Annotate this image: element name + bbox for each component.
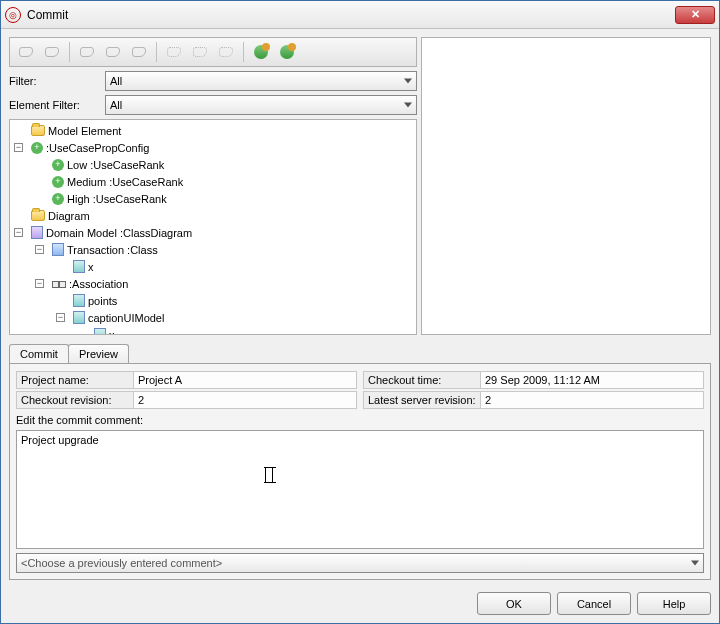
toolbar-btn-expand-all[interactable] (249, 41, 273, 63)
tree-node-usecase-prop-config[interactable]: − + :UseCasePropConfig (10, 139, 416, 156)
toolbar-btn-2[interactable] (40, 41, 64, 63)
chevron-down-icon (691, 561, 699, 566)
chevron-down-icon (404, 79, 412, 84)
toolbar-btn-7[interactable] (188, 41, 212, 63)
toolbar-btn-4[interactable] (101, 41, 125, 63)
element-filter-value: All (110, 99, 122, 111)
commit-comment-input[interactable]: Project upgrade (16, 430, 704, 549)
tree-node-medium-rank[interactable]: + Medium :UseCaseRank (10, 173, 416, 190)
toolbar-btn-3[interactable] (75, 41, 99, 63)
tree-node-low-rank[interactable]: + Low :UseCaseRank (10, 156, 416, 173)
close-button[interactable]: ✕ (675, 6, 715, 24)
tree-node-x1[interactable]: x (10, 258, 416, 275)
added-icon: + (52, 159, 64, 171)
toolbar-separator (156, 42, 157, 62)
previous-comment-placeholder: <Choose a previously entered comment> (21, 557, 222, 569)
toolbar-btn-1[interactable] (14, 41, 38, 63)
toolbar-btn-5[interactable] (127, 41, 151, 63)
expander-icon[interactable]: − (35, 245, 44, 254)
change-tree[interactable]: Model Element − + :UseCasePropConfig + L… (9, 119, 417, 335)
added-icon: + (31, 142, 43, 154)
filter-value: All (110, 75, 122, 87)
filter-row: Filter: All (9, 71, 417, 91)
tree-label: points (88, 295, 117, 307)
commit-dialog: ◎ Commit ✕ (0, 0, 720, 624)
ok-button[interactable]: OK (477, 592, 551, 615)
tab-strip: Commit Preview (9, 341, 711, 363)
checkout-time-value: 29 Sep 2009, 11:12 AM (481, 371, 704, 389)
tree-label: Low :UseCaseRank (67, 159, 164, 171)
commit-comment-text: Project upgrade (21, 434, 99, 446)
tree-label: x (109, 329, 115, 336)
toolbar-btn-8[interactable] (214, 41, 238, 63)
folder-icon (31, 210, 45, 221)
checkout-revision-value: 2 (134, 391, 357, 409)
tree-label: Diagram (48, 210, 90, 222)
checkout-revision-label: Checkout revision: (16, 391, 134, 409)
field-icon (73, 311, 85, 324)
expander-icon[interactable]: − (56, 313, 65, 322)
element-filter-label: Element Filter: (9, 99, 101, 111)
tab-panel-commit: Project name: Project A Checkout revisio… (9, 363, 711, 580)
tab-commit[interactable]: Commit (9, 344, 69, 363)
diagram-icon (31, 226, 43, 239)
info-grid: Project name: Project A Checkout revisio… (16, 370, 704, 410)
tree-node-model-element[interactable]: Model Element (10, 122, 416, 139)
tree-node-points[interactable]: points (10, 292, 416, 309)
tree-node-caption-ui-model[interactable]: − captionUIModel (10, 309, 416, 326)
tree-node-high-rank[interactable]: + High :UseCaseRank (10, 190, 416, 207)
preview-pane (421, 37, 711, 335)
tree-label: :Association (69, 278, 128, 290)
project-name-label: Project name: (16, 371, 134, 389)
button-row: OK Cancel Help (9, 586, 711, 615)
text-cursor-icon (265, 467, 273, 483)
tree-label: x (88, 261, 94, 273)
tree-label: High :UseCaseRank (67, 193, 167, 205)
toolbar (9, 37, 417, 67)
element-filter-combo[interactable]: All (105, 95, 417, 115)
previous-comment-combo[interactable]: <Choose a previously entered comment> (16, 553, 704, 573)
filter-combo[interactable]: All (105, 71, 417, 91)
toolbar-btn-collapse-all[interactable] (275, 41, 299, 63)
app-icon: ◎ (5, 7, 21, 23)
left-pane: Filter: All Element Filter: All (9, 37, 417, 335)
edit-comment-label: Edit the commit comment: (16, 414, 704, 426)
cancel-button[interactable]: Cancel (557, 592, 631, 615)
content: Filter: All Element Filter: All (1, 29, 719, 623)
filter-label: Filter: (9, 75, 101, 87)
tree-label: Domain Model :ClassDiagram (46, 227, 192, 239)
chevron-down-icon (404, 103, 412, 108)
toolbar-btn-6[interactable] (162, 41, 186, 63)
tree-node-association[interactable]: − :Association (10, 275, 416, 292)
toolbar-separator (243, 42, 244, 62)
field-icon (73, 260, 85, 273)
toolbar-separator (69, 42, 70, 62)
tree-label: Medium :UseCaseRank (67, 176, 183, 188)
help-button[interactable]: Help (637, 592, 711, 615)
top-split: Filter: All Element Filter: All (9, 37, 711, 335)
field-icon (94, 328, 106, 335)
tree-node-x2[interactable]: x (10, 326, 416, 335)
window-title: Commit (27, 8, 675, 22)
tree-node-transaction[interactable]: − Transaction :Class (10, 241, 416, 258)
tree-node-diagram[interactable]: Diagram (10, 207, 416, 224)
tree-node-domain-model[interactable]: − Domain Model :ClassDiagram (10, 224, 416, 241)
folder-icon (31, 125, 45, 136)
added-icon: + (52, 176, 64, 188)
expander-icon[interactable]: − (35, 279, 44, 288)
expander-icon[interactable]: − (14, 143, 23, 152)
tree-label: :UseCasePropConfig (46, 142, 149, 154)
class-icon (52, 243, 64, 256)
titlebar: ◎ Commit ✕ (1, 1, 719, 29)
tree-label: Model Element (48, 125, 121, 137)
checkout-time-label: Checkout time: (363, 371, 481, 389)
tab-preview[interactable]: Preview (68, 344, 129, 363)
latest-server-revision-label: Latest server revision: (363, 391, 481, 409)
tree-label: Transaction :Class (67, 244, 158, 256)
added-icon: + (52, 193, 64, 205)
association-icon (52, 280, 66, 288)
latest-server-revision-value: 2 (481, 391, 704, 409)
expander-icon[interactable]: − (14, 228, 23, 237)
element-filter-row: Element Filter: All (9, 95, 417, 115)
field-icon (73, 294, 85, 307)
